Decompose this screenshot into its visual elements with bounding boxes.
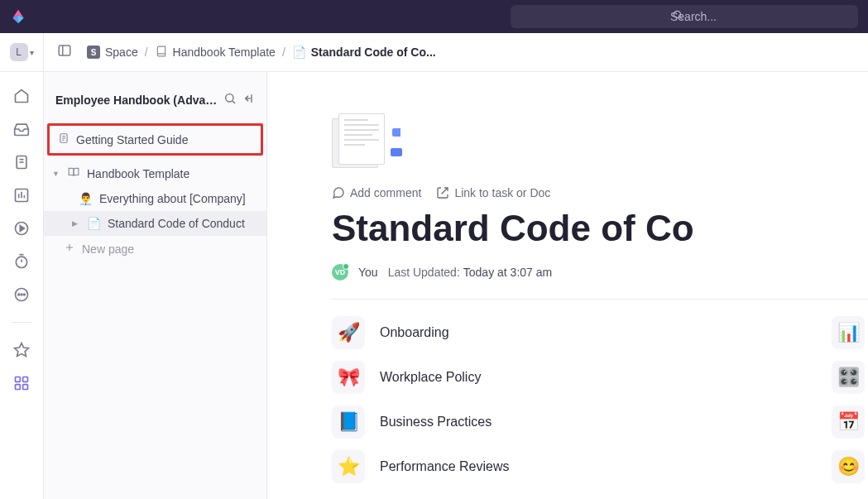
svg-point-25 xyxy=(226,94,233,102)
section-right-icon: 😊 xyxy=(832,450,865,483)
sidebar-item-label: Standard Code of Conduct xyxy=(108,217,245,230)
section-label: Performance Reviews xyxy=(380,459,510,474)
svg-point-0 xyxy=(674,11,680,17)
add-comment-label: Add comment xyxy=(350,186,421,199)
workspace-switcher[interactable]: L ▾ xyxy=(0,33,44,72)
header-row: L ▾ S Space / Handbook Template / 📄 Stan… xyxy=(0,33,868,72)
dashboards-icon[interactable] xyxy=(12,186,31,204)
sidebar-item-conduct[interactable]: ▶ 📄 Standard Code of Conduct xyxy=(44,211,266,236)
section-label: Business Practices xyxy=(380,415,492,429)
rail-divider xyxy=(12,322,31,323)
topbar xyxy=(0,0,868,33)
section-business[interactable]: 📘 Business Practices 📅 xyxy=(332,405,868,439)
book-icon: 📘 xyxy=(332,405,365,439)
more-icon[interactable] xyxy=(12,285,31,304)
search-wrap xyxy=(511,5,858,28)
breadcrumb-doc-label: Standard Code of Co... xyxy=(311,46,436,59)
doc-actions: Add comment Link to task or Doc xyxy=(332,186,868,199)
section-list: 🚀 Onboarding 📊 🎀 Workplace Policy 🎛️ 📘 B… xyxy=(332,316,868,483)
company-emoji-icon: 👨‍💼 xyxy=(79,192,93,205)
sidebar-item-getting-started[interactable]: Getting Started Guide xyxy=(47,123,263,156)
section-reviews[interactable]: ⭐ Performance Reviews 😊 xyxy=(332,450,868,483)
favorites-icon[interactable] xyxy=(12,341,31,359)
rocket-icon: 🚀 xyxy=(332,316,365,349)
sidebar-title: Employee Handbook (Advanc... xyxy=(55,94,218,107)
add-comment-button[interactable]: Add comment xyxy=(332,186,421,199)
section-right-icon: 📅 xyxy=(832,405,865,439)
last-updated-label: Last Updated: xyxy=(388,266,460,279)
breadcrumb-space-label: Space xyxy=(105,46,138,59)
home-icon[interactable] xyxy=(12,87,31,105)
caret-right-icon: ▶ xyxy=(72,219,80,228)
caret-down-icon: ▼ xyxy=(52,170,60,178)
svg-rect-21 xyxy=(16,377,21,382)
doc-title[interactable]: Standard Code of Co xyxy=(332,208,868,249)
svg-line-26 xyxy=(233,101,235,103)
docs-icon[interactable] xyxy=(12,153,31,171)
section-right-icon: 🎛️ xyxy=(832,361,865,394)
book-icon xyxy=(155,46,168,60)
doc-cover-icon[interactable] xyxy=(332,113,398,171)
svg-point-19 xyxy=(24,294,26,295)
bow-icon: 🎀 xyxy=(332,361,365,394)
sidebar-search-icon[interactable] xyxy=(223,92,237,108)
svg-point-18 xyxy=(21,294,22,295)
author-avatar[interactable]: VD xyxy=(332,264,348,281)
section-label: Workplace Policy xyxy=(380,370,481,385)
space-icon: S xyxy=(87,46,100,59)
sidebar-item-handbook-template[interactable]: ▼ Handbook Template xyxy=(44,161,266,186)
star-icon: ⭐ xyxy=(332,450,365,483)
svg-marker-20 xyxy=(15,343,29,357)
link-task-button[interactable]: Link to task or Doc xyxy=(436,186,550,199)
last-updated-time: Today at 3:07 am xyxy=(463,266,552,279)
svg-rect-2 xyxy=(59,46,70,55)
breadcrumb-separator: / xyxy=(145,46,148,59)
sidebar-item-label: Getting Started Guide xyxy=(76,133,188,146)
apps-icon[interactable] xyxy=(12,374,31,392)
svg-rect-23 xyxy=(16,385,21,390)
doc-icon: 📄 xyxy=(87,217,101,230)
link-task-label: Link to task or Doc xyxy=(454,186,550,199)
sidebar-item-label: Everything about [Company] xyxy=(99,192,246,205)
search-input[interactable] xyxy=(511,5,858,28)
breadcrumb-template-label: Handbook Template xyxy=(173,46,276,59)
chevron-down-icon: ▾ xyxy=(30,48,34,57)
divider xyxy=(332,299,868,300)
doc-icon: 📄 xyxy=(292,46,306,59)
breadcrumb-doc[interactable]: 📄 Standard Code of Co... xyxy=(292,46,436,59)
section-onboarding[interactable]: 🚀 Onboarding 📊 xyxy=(332,316,868,349)
book-open-icon xyxy=(67,166,80,180)
sidebar-collapse-icon[interactable] xyxy=(242,92,255,108)
breadcrumb-template[interactable]: Handbook Template xyxy=(155,46,276,60)
sidebar-header: Employee Handbook (Advanc... xyxy=(44,92,266,108)
svg-rect-22 xyxy=(23,377,28,382)
panel-toggle-icon[interactable] xyxy=(47,43,72,61)
workspace-avatar: L xyxy=(10,43,28,61)
section-workplace[interactable]: 🎀 Workplace Policy 🎛️ xyxy=(332,361,868,394)
plus-icon xyxy=(64,242,75,256)
app-logo[interactable] xyxy=(10,8,26,25)
search-icon xyxy=(672,9,683,24)
inbox-icon[interactable] xyxy=(12,120,31,138)
clips-icon[interactable] xyxy=(12,219,31,238)
sidebar-item-label: New page xyxy=(82,242,134,256)
doc-meta: VD You Last Updated: Today at 3:07 am xyxy=(332,264,868,281)
main-content: Add comment Link to task or Doc Standard… xyxy=(267,72,868,499)
breadcrumb-separator: / xyxy=(282,46,285,59)
svg-rect-24 xyxy=(23,385,28,390)
sidebar: Employee Handbook (Advanc... Getting Sta… xyxy=(44,72,267,499)
svg-marker-12 xyxy=(20,226,24,232)
breadcrumb: S Space / Handbook Template / 📄 Standard… xyxy=(75,46,436,60)
author-name: You xyxy=(358,266,378,279)
sidebar-new-page[interactable]: New page xyxy=(44,236,266,261)
timer-icon[interactable] xyxy=(12,252,31,271)
section-label: Onboarding xyxy=(380,325,449,340)
breadcrumb-space[interactable]: S Space xyxy=(87,46,138,59)
section-right-icon: 📊 xyxy=(832,316,865,349)
sidebar-item-company[interactable]: 👨‍💼 Everything about [Company] xyxy=(44,186,266,211)
sidebar-item-label: Handbook Template xyxy=(87,167,189,180)
svg-point-17 xyxy=(18,294,20,295)
rail-nav xyxy=(0,72,44,499)
svg-line-1 xyxy=(680,17,683,20)
page-icon xyxy=(58,132,70,146)
